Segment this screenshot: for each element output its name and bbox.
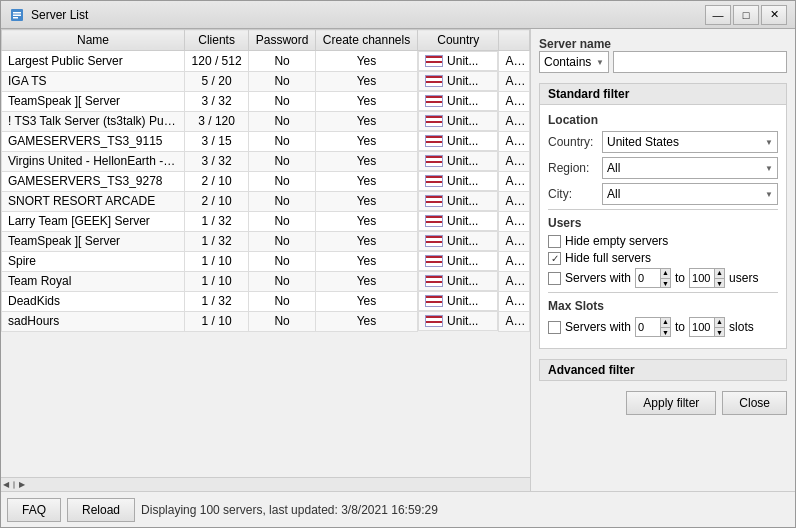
users-to-down-button[interactable]: ▼ (715, 279, 724, 289)
cell-clients: 120 / 512 (185, 51, 249, 72)
scroll-right-arrow[interactable]: ▶ (19, 480, 25, 489)
slots-to-input[interactable] (690, 318, 714, 336)
table-row[interactable]: TeamSpeak ][ Server3 / 32NoYesUnit...Ar.… (2, 91, 530, 111)
hide-empty-row: Hide empty servers (548, 234, 778, 248)
cell-name: Spire (2, 251, 185, 271)
slots-from-input[interactable] (636, 318, 660, 336)
slots-to-down-button[interactable]: ▼ (715, 328, 724, 338)
window-title: Server List (31, 8, 705, 22)
users-section: Users Hide empty servers Hide full serve… (548, 216, 778, 288)
flag-icon (425, 215, 443, 227)
cell-clients: 1 / 10 (185, 271, 249, 291)
cell-clients: 1 / 32 (185, 211, 249, 231)
contains-combobox[interactable]: Contains ▼ (539, 51, 609, 73)
slots-label: slots (729, 320, 754, 334)
title-bar: Server List — □ ✕ (1, 1, 795, 29)
slots-from-up-button[interactable]: ▲ (661, 317, 670, 328)
cell-password: No (249, 91, 316, 111)
users-from-spin-buttons: ▲ ▼ (660, 268, 670, 288)
cell-channels: Yes (315, 111, 417, 131)
city-select[interactable]: All ▼ (602, 183, 778, 205)
table-row[interactable]: GAMESERVERS_TS3_92782 / 10NoYesUnit...Ar… (2, 171, 530, 191)
flag-icon (425, 135, 443, 147)
cell-name: DeadKids (2, 291, 185, 311)
users-from-up-button[interactable]: ▲ (661, 268, 670, 279)
cell-country: Unit... (418, 51, 498, 71)
col-header-clients[interactable]: Clients (185, 30, 249, 51)
cell-ar: Ar... (499, 291, 530, 311)
cell-ar: Ar... (499, 191, 530, 211)
col-header-scroll (499, 30, 530, 51)
flag-icon (425, 295, 443, 307)
table-row[interactable]: Larry Team [GEEK] Server1 / 32NoYesUnit.… (2, 211, 530, 231)
slots-to-up-button[interactable]: ▲ (715, 317, 724, 328)
location-city-row: City: All ▼ (548, 183, 778, 205)
col-header-channels[interactable]: Create channels (315, 30, 417, 51)
city-label: City: (548, 187, 598, 201)
standard-filter-header[interactable]: Standard filter (539, 83, 787, 105)
flag-icon (425, 95, 443, 107)
server-table-container[interactable]: Name Clients Password Create channels Co… (1, 29, 530, 477)
table-row[interactable]: TeamSpeak ][ Server1 / 32NoYesUnit...Ar.… (2, 231, 530, 251)
hide-full-row: Hide full servers (548, 251, 778, 265)
users-to-spinbox[interactable]: ▲ ▼ (689, 268, 725, 288)
slots-from-down-button[interactable]: ▼ (661, 328, 670, 338)
hide-empty-checkbox[interactable] (548, 235, 561, 248)
slots-servers-with-label: Servers with (565, 320, 631, 334)
reload-button[interactable]: Reload (67, 498, 135, 522)
table-row[interactable]: Virgins United - HellonEarth - Tich3 / 3… (2, 151, 530, 171)
table-row[interactable]: ! TS3 Talk Server (ts3talk) Public ! b..… (2, 111, 530, 131)
slots-from-spinbox[interactable]: ▲ ▼ (635, 317, 671, 337)
faq-button[interactable]: FAQ (7, 498, 61, 522)
server-name-row: Contains ▼ (539, 51, 787, 73)
svg-rect-2 (13, 14, 21, 16)
cell-clients: 3 / 15 (185, 131, 249, 151)
apply-filter-button[interactable]: Apply filter (626, 391, 716, 415)
cell-name: TeamSpeak ][ Server (2, 231, 185, 251)
table-row[interactable]: Team Royal1 / 10NoYesUnit...Ar... (2, 271, 530, 291)
horizontal-scrollbar[interactable]: ◀ ▶ (1, 477, 530, 491)
cell-ar: Ar... (499, 251, 530, 271)
hide-full-checkbox[interactable] (548, 252, 561, 265)
server-name-input[interactable] (613, 51, 787, 73)
country-text: Unit... (447, 254, 478, 268)
servers-with-slots-checkbox[interactable] (548, 321, 561, 334)
table-row[interactable]: DeadKids1 / 32NoYesUnit...Ar... (2, 291, 530, 311)
table-row[interactable]: sadHours1 / 10NoYesUnit...Ar... (2, 311, 530, 331)
country-select[interactable]: United States ▼ (602, 131, 778, 153)
col-header-name[interactable]: Name (2, 30, 185, 51)
cell-password: No (249, 291, 316, 311)
cell-country: Unit... (418, 211, 498, 231)
advanced-filter-header[interactable]: Advanced filter (539, 359, 787, 381)
users-to-up-button[interactable]: ▲ (715, 268, 724, 279)
table-row[interactable]: SNORT RESORT ARCADE2 / 10NoYesUnit...Ar.… (2, 191, 530, 211)
scroll-left-arrow[interactable]: ◀ (3, 480, 9, 489)
users-from-spinbox[interactable]: ▲ ▼ (635, 268, 671, 288)
close-filter-button[interactable]: Close (722, 391, 787, 415)
minimize-button[interactable]: — (705, 5, 731, 25)
servers-with-slots-row: Servers with ▲ ▼ to (548, 317, 778, 337)
country-text: Unit... (447, 294, 478, 308)
cell-clients: 1 / 10 (185, 251, 249, 271)
server-table: Name Clients Password Create channels Co… (1, 29, 530, 332)
cell-channels: Yes (315, 71, 417, 91)
flag-icon (425, 275, 443, 287)
cell-channels: Yes (315, 91, 417, 111)
users-to-input[interactable] (690, 269, 714, 287)
slots-to-spinbox[interactable]: ▲ ▼ (689, 317, 725, 337)
city-arrow-icon: ▼ (765, 190, 773, 199)
close-button[interactable]: ✕ (761, 5, 787, 25)
contains-label: Contains (544, 55, 591, 69)
table-row[interactable]: IGA TS5 / 20NoYesUnit...Ar... (2, 71, 530, 91)
table-row[interactable]: GAMESERVERS_TS3_91153 / 15NoYesUnit...Ar… (2, 131, 530, 151)
col-header-password[interactable]: Password (249, 30, 316, 51)
table-row[interactable]: Largest Public Server120 / 512NoYesUnit.… (2, 51, 530, 72)
region-select[interactable]: All ▼ (602, 157, 778, 179)
users-from-down-button[interactable]: ▼ (661, 279, 670, 289)
users-from-input[interactable] (636, 269, 660, 287)
servers-with-users-checkbox[interactable] (548, 272, 561, 285)
cell-clients: 1 / 10 (185, 311, 249, 331)
maximize-button[interactable]: □ (733, 5, 759, 25)
col-header-country[interactable]: Country (418, 30, 499, 51)
table-row[interactable]: Spire1 / 10NoYesUnit...Ar... (2, 251, 530, 271)
